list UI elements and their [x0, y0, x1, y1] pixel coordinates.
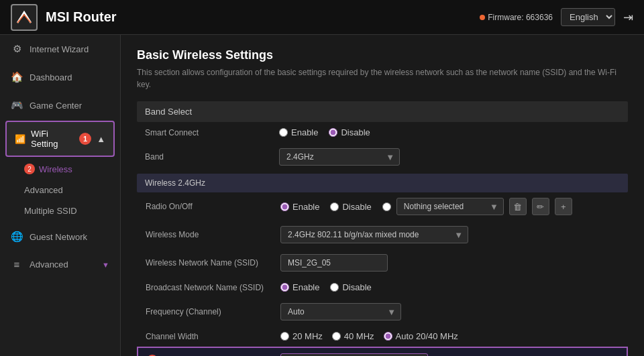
wireless-mode-dropdown-wrap[interactable]: 2.4GHz 802.11 b/g/n/ax mixed mode ▼ — [280, 226, 468, 243]
cw-40-option[interactable]: 40 MHz — [332, 331, 374, 341]
band-row: Band 2.4GHz 5GHz ▼ — [137, 143, 628, 171]
sidebar-label-multiple-ssid: Multiple SSID — [24, 206, 77, 216]
broadcast-enable-label: Enable — [292, 282, 319, 292]
sidebar-item-wireless[interactable]: 2 Wireless — [3, 158, 117, 180]
cw-auto-label: Auto 20/40 MHz — [396, 331, 458, 341]
smart-connect-disable-radio[interactable] — [329, 128, 337, 137]
radio-disable-radio[interactable] — [330, 202, 339, 211]
ssid-input[interactable] — [280, 254, 388, 272]
sidebar-label-wifi-setting: WiFi Setting — [31, 129, 74, 149]
broadcast-options: Enable Disable — [280, 282, 619, 292]
band-select-section: Band Select Smart Connect Enable Disabl — [137, 101, 628, 171]
wireless-24-section: Wireless 2.4GHz Radio On/Off Enable — [137, 174, 628, 356]
wifi-expand-icon: ▲ — [97, 134, 105, 144]
broadcast-label: Broadcast Network Name (SSID) — [138, 277, 272, 298]
channel-select[interactable]: Auto1611 — [280, 303, 401, 320]
sidebar-label-guest-network: Guest Network — [30, 232, 87, 242]
cw-40-radio[interactable] — [332, 332, 341, 341]
sidebar-label-wireless: Wireless — [39, 164, 72, 174]
edit-button[interactable]: ✏ — [532, 198, 549, 215]
sidebar-item-wifi-setting[interactable]: 📶 WiFi Setting 1 ▲ — [5, 121, 115, 157]
radio-nothing-radio[interactable] — [382, 202, 391, 211]
guest-network-icon: 🌐 — [11, 231, 23, 243]
smart-connect-disable-label: Disable — [341, 127, 370, 137]
ssid-value — [272, 249, 627, 277]
sidebar-item-dashboard[interactable]: 🏠 Dashboard — [0, 63, 120, 91]
radio-enable-option[interactable]: Enable — [280, 202, 319, 212]
language-selector[interactable]: English — [561, 8, 615, 26]
logout-button[interactable]: ⇥ — [623, 10, 633, 25]
internet-wizard-icon: ⚙ — [11, 43, 23, 55]
cw-auto-radio[interactable] — [384, 332, 392, 341]
sidebar-label-advanced: Advanced — [24, 185, 63, 195]
sidebar-item-guest-network[interactable]: 🌐 Guest Network — [0, 223, 120, 251]
sidebar-item-game-center[interactable]: 🎮 Game Center — [0, 91, 120, 119]
broadcast-enable-option[interactable]: Enable — [280, 282, 319, 292]
security-mode-row: 3 Security Mode WPA3-PSK WPA2-PSK WPA/WP… — [138, 347, 627, 356]
smart-connect-enable-radio[interactable] — [279, 128, 288, 137]
channel-dropdown-wrap[interactable]: Auto1611 ▼ — [280, 303, 401, 320]
broadcast-value: Enable Disable — [272, 277, 627, 298]
radio-nothing-option[interactable] — [382, 202, 391, 211]
firmware-label: Firmware: 663636 — [488, 13, 553, 22]
security-mode-value: WPA3-PSK WPA2-PSK WPA/WPA2-PSK ▼ — [272, 347, 627, 356]
security-dropdown-wrap[interactable]: WPA3-PSK WPA2-PSK WPA/WPA2-PSK ▼ — [280, 353, 428, 356]
radio-nothing-select[interactable]: Nothing selected — [396, 198, 504, 215]
band-value: 2.4GHz 5GHz ▼ — [271, 143, 628, 171]
band-settings-table: Smart Connect Enable Disable — [137, 122, 628, 171]
logo — [11, 4, 38, 31]
sidebar-label-internet-wizard: Internet Wizard — [30, 44, 89, 54]
smart-connect-enable-label: Enable — [291, 127, 318, 137]
cw-20-radio[interactable] — [280, 332, 289, 341]
channel-value: Auto1611 ▼ — [272, 298, 627, 326]
wireless-mode-select[interactable]: 2.4GHz 802.11 b/g/n/ax mixed mode — [280, 226, 468, 243]
sidebar-item-advanced-main[interactable]: ≡ Advanced ▼ — [0, 251, 120, 278]
smart-connect-row: Smart Connect Enable Disable — [137, 122, 628, 143]
page-title: Basic Wireless Settings — [137, 48, 628, 62]
delete-button[interactable]: 🗑 — [509, 198, 527, 215]
radio-disable-label: Disable — [342, 202, 371, 212]
band-label: Band — [137, 143, 271, 171]
wireless-settings-table: Radio On/Off Enable Disable — [137, 192, 628, 356]
sidebar-item-internet-wizard[interactable]: ⚙ Internet Wizard — [0, 35, 120, 63]
wifi-badge: 1 — [79, 133, 91, 145]
radio-onoff-value: Enable Disable — [272, 192, 627, 221]
cw-auto-option[interactable]: Auto 20/40 MHz — [384, 331, 458, 341]
broadcast-disable-radio[interactable] — [330, 283, 339, 292]
security-select[interactable]: WPA3-PSK WPA2-PSK WPA/WPA2-PSK — [280, 353, 428, 356]
header-right: Firmware: 663636 English ⇥ — [480, 8, 633, 26]
broadcast-row: Broadcast Network Name (SSID) Enable Dis… — [138, 277, 627, 298]
page-description: This section allows configuration of the… — [137, 66, 628, 91]
channel-width-options: 20 MHz 40 MHz Auto 20/40 MHz — [280, 331, 619, 341]
game-center-icon: 🎮 — [11, 99, 23, 111]
firmware-status-dot — [480, 15, 485, 20]
radio-enable-radio[interactable] — [280, 202, 289, 211]
band-select[interactable]: 2.4GHz 5GHz — [279, 148, 400, 166]
radio-onoff-label: Radio On/Off — [138, 192, 272, 221]
add-button[interactable]: + — [555, 198, 572, 215]
ssid-row: Wireless Network Name (SSID) — [138, 249, 627, 277]
channel-label: Frequency (Channel) — [138, 298, 272, 326]
broadcast-disable-label: Disable — [342, 282, 371, 292]
cw-20-option[interactable]: 20 MHz — [280, 331, 323, 341]
radio-nothing-dropdown-wrap[interactable]: Nothing selected ▼ — [396, 198, 504, 215]
smart-connect-enable-option[interactable]: Enable — [279, 127, 318, 137]
radio-disable-option[interactable]: Disable — [330, 202, 371, 212]
advanced-expand-icon: ▼ — [102, 261, 109, 269]
ssid-label: Wireless Network Name (SSID) — [138, 249, 272, 277]
broadcast-disable-option[interactable]: Disable — [330, 282, 371, 292]
wireless-mode-value: 2.4GHz 802.11 b/g/n/ax mixed mode ▼ — [272, 221, 627, 249]
band-dropdown-wrap[interactable]: 2.4GHz 5GHz ▼ — [279, 148, 400, 166]
broadcast-enable-radio[interactable] — [280, 283, 289, 292]
wireless-mode-row: Wireless Mode 2.4GHz 802.11 b/g/n/ax mix… — [138, 221, 627, 249]
sidebar-item-advanced[interactable]: Advanced — [3, 180, 117, 200]
language-dropdown[interactable]: English — [561, 8, 615, 26]
main-layout: ⚙ Internet Wizard 🏠 Dashboard 🎮 Game Cen… — [0, 35, 644, 356]
header: MSI Router Firmware: 663636 English ⇥ — [0, 0, 644, 35]
cw-40-label: 40 MHz — [344, 331, 374, 341]
sidebar-item-multiple-ssid[interactable]: Multiple SSID — [3, 200, 117, 221]
dashboard-icon: 🏠 — [11, 71, 23, 83]
smart-connect-disable-option[interactable]: Disable — [329, 127, 370, 137]
smart-connect-value: Enable Disable — [271, 122, 628, 143]
app-title: MSI Router — [46, 9, 480, 25]
